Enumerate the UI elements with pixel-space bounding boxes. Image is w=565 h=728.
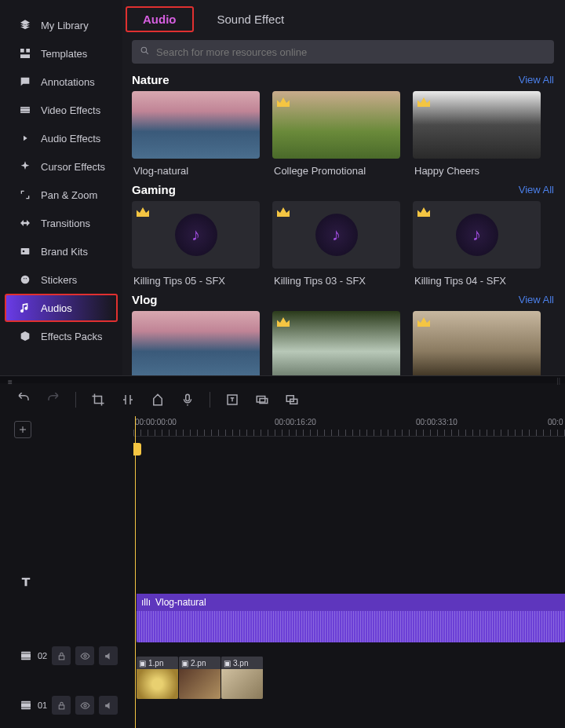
- crop-button[interactable]: [90, 392, 106, 408]
- card-vlog-3[interactable]: [413, 311, 541, 375]
- pan-zoom-icon: [19, 188, 31, 201]
- lock-button[interactable]: [52, 646, 71, 665]
- card-college-promotional[interactable]: College Promotional: [272, 91, 400, 177]
- video-clip-1[interactable]: ▣1.pn: [137, 657, 178, 699]
- section-nature: Nature View All Vlog-natural College Pro…: [122, 71, 554, 177]
- card-killing-tips-04[interactable]: ♪ Killing Tips 04 - SFX: [413, 201, 541, 287]
- search-input[interactable]: [156, 46, 546, 58]
- card-label: College Promotional: [272, 159, 400, 177]
- card-vlog-natural[interactable]: Vlog-natural: [132, 91, 260, 177]
- text-button[interactable]: [224, 392, 240, 408]
- layers-icon: [19, 19, 31, 31]
- premium-icon: [417, 206, 430, 217]
- card-vlog-1[interactable]: [132, 311, 260, 375]
- sidebar-item-effects-packs[interactable]: Effects Packs: [0, 322, 122, 350]
- sidebar-label: My Library: [41, 20, 89, 31]
- ruler-mark: 00:00:00:00: [135, 418, 177, 426]
- sidebar-item-pan-zoom[interactable]: Pan & Zoom: [0, 181, 122, 209]
- section-gaming: Gaming View All ♪ Killing Tips 05 - SFX …: [122, 181, 554, 287]
- card-vlog-2[interactable]: [272, 311, 400, 375]
- thumbnail: [132, 311, 260, 375]
- thumbnail: ♪: [132, 201, 260, 269]
- svg-rect-19: [21, 701, 31, 710]
- film-icon: [19, 649, 33, 663]
- sidebar-item-my-library[interactable]: My Library: [0, 11, 122, 39]
- premium-icon: [417, 96, 430, 107]
- view-all-link[interactable]: View All: [519, 74, 554, 86]
- playhead[interactable]: [135, 416, 136, 728]
- thumbnail: [272, 91, 400, 159]
- svg-point-21: [84, 704, 86, 706]
- marker-button[interactable]: [150, 392, 166, 408]
- video-track-row: ▣1.pn ▣2.pn ▣3.pn: [137, 657, 264, 699]
- search-box[interactable]: [132, 40, 554, 64]
- card-label: Killing Tips 04 - SFX: [413, 269, 541, 287]
- clip-thumb: [137, 669, 178, 699]
- view-all-link[interactable]: View All: [519, 294, 554, 305]
- sidebar-item-templates[interactable]: Templates: [0, 39, 122, 68]
- premium-icon: [137, 206, 149, 217]
- sidebar-item-transitions[interactable]: Transitions: [0, 209, 122, 237]
- layout-button[interactable]: [284, 392, 300, 408]
- track-controls-01: 01: [0, 682, 133, 728]
- lock-button[interactable]: [52, 696, 71, 715]
- sidebar-label: Audio Effects: [41, 133, 100, 145]
- ruler-ticks: [133, 430, 565, 436]
- split-button[interactable]: [120, 392, 136, 408]
- mute-button[interactable]: [99, 696, 118, 715]
- video-clip-2[interactable]: ▣2.pn: [179, 657, 221, 699]
- sidebar-label: Audios: [41, 302, 72, 314]
- svg-point-5: [23, 251, 25, 253]
- ruler-mark: 00:00:33:10: [416, 418, 457, 426]
- sidebar-item-cursor-effects[interactable]: Cursor Effects: [0, 152, 122, 181]
- annotation-icon: [19, 75, 31, 88]
- sidebar-item-audio-effects[interactable]: Audio Effects: [0, 124, 122, 152]
- sidebar-item-audios[interactable]: Audios: [5, 294, 118, 322]
- sidebar-item-annotations[interactable]: Annotations: [0, 68, 122, 96]
- undo-button[interactable]: [16, 392, 31, 408]
- video-fx-icon: [19, 104, 31, 116]
- audio-clip[interactable]: ıllı Vlog-natural: [137, 594, 565, 642]
- card-label: Killing Tips 05 - SFX: [132, 269, 260, 287]
- waveform-icon: ıllı: [141, 597, 151, 608]
- sidebar-label: Video Effects: [41, 104, 100, 116]
- thumbnail: ♪: [413, 201, 541, 269]
- caption-button[interactable]: [254, 392, 270, 408]
- thumbnail: [272, 311, 400, 375]
- video-clip-3[interactable]: ▣3.pn: [221, 657, 263, 699]
- image-icon: ▣: [139, 659, 146, 668]
- premium-icon: [277, 316, 290, 327]
- thumbnail: [413, 311, 541, 375]
- svg-rect-17: [59, 655, 64, 659]
- sidebar-label: Effects Packs: [41, 331, 103, 342]
- visibility-button[interactable]: [75, 646, 94, 665]
- sidebar-item-brand-kits[interactable]: Brand Kits: [0, 237, 122, 265]
- sidebar-label: Annotations: [41, 76, 95, 88]
- waveform: [137, 611, 565, 642]
- svg-rect-0: [20, 49, 24, 53]
- sidebar-item-video-effects[interactable]: Video Effects: [0, 96, 122, 124]
- cursor-fx-icon: [19, 160, 31, 173]
- drag-handle-icon: ≡: [8, 378, 13, 386]
- view-all-link[interactable]: View All: [519, 184, 554, 196]
- card-killing-tips-03[interactable]: ♪ Killing Tips 03 - SFX: [272, 201, 400, 287]
- voiceover-button[interactable]: [180, 392, 195, 408]
- card-killing-tips-05[interactable]: ♪ Killing Tips 05 - SFX: [132, 201, 260, 287]
- card-happy-cheers[interactable]: Happy Cheers: [413, 91, 541, 177]
- redo-button[interactable]: [46, 392, 61, 408]
- time-ruler[interactable]: 00:00:00:00 00:00:16:20 00:00:33:10 00:0: [133, 416, 565, 437]
- mute-button[interactable]: [99, 646, 118, 665]
- panel-divider[interactable]: ≡ ||: [0, 375, 565, 383]
- clip-thumb: [221, 669, 263, 699]
- timeline-panel: 02 01 00:00:00:00 00:00:16:20 00:00:33:1…: [0, 383, 565, 728]
- tab-sound-effect[interactable]: Sound Effect: [202, 8, 301, 31]
- card-label: Vlog-natural: [132, 159, 260, 177]
- clip-thumb: [179, 669, 221, 699]
- add-track-button[interactable]: [14, 421, 31, 438]
- timeline-tracks[interactable]: 00:00:00:00 00:00:16:20 00:00:33:10 00:0…: [133, 416, 565, 728]
- sidebar-item-stickers[interactable]: Stickers: [0, 265, 122, 294]
- visibility-button[interactable]: [75, 696, 94, 715]
- film-icon: [19, 698, 33, 712]
- svg-rect-3: [20, 107, 30, 113]
- tab-audio[interactable]: Audio: [126, 6, 194, 32]
